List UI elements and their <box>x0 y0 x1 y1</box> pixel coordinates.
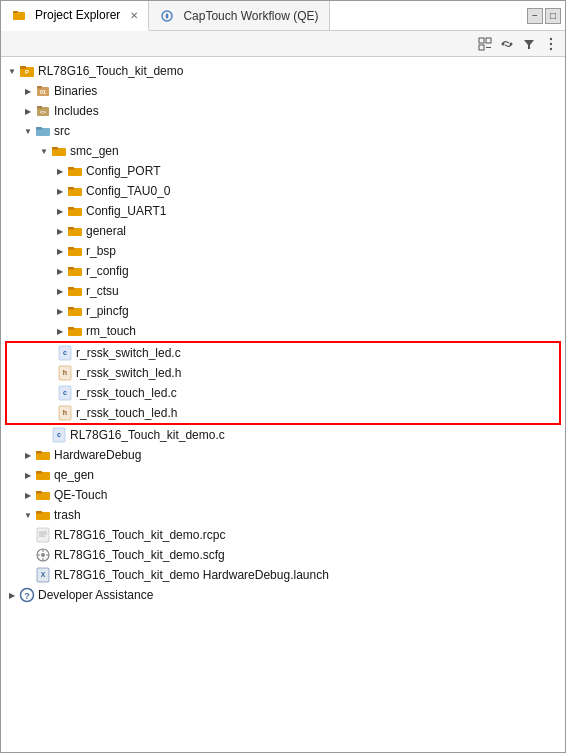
maximize-button[interactable]: □ <box>545 8 561 24</box>
expander-smc-gen[interactable]: ▼ <box>37 144 51 158</box>
svg-point-10 <box>550 37 552 39</box>
view-menu-button[interactable] <box>541 34 561 54</box>
scfg-file-icon <box>35 547 51 563</box>
expander-src[interactable]: ▼ <box>21 124 35 138</box>
binaries-label: Binaries <box>54 84 97 98</box>
config-uart1-icon <box>67 203 83 219</box>
collapse-all-button[interactable] <box>475 34 495 54</box>
expander-config-tau0[interactable]: ▶ <box>53 184 67 198</box>
toolbar <box>1 31 565 57</box>
config-uart1-label: Config_UART1 <box>86 204 166 218</box>
tree-item-launch[interactable]: ▶ X RL78G16_Touch_kit_demo HardwareDebug… <box>1 565 565 585</box>
tree-item-qe-gen[interactable]: ▶ qe_gen <box>1 465 565 485</box>
tree-item-developer-assistance[interactable]: ▶ ? Developer Assistance <box>1 585 565 605</box>
tree-item-smc-gen[interactable]: ▼ smc_gen <box>1 141 565 161</box>
svg-rect-57 <box>36 471 42 474</box>
smc-gen-label: smc_gen <box>70 144 119 158</box>
tree-item-rm-touch[interactable]: ▶ rm_touch <box>1 321 565 341</box>
svg-text:?: ? <box>24 591 30 601</box>
expander-qe-gen[interactable]: ▶ <box>21 468 35 482</box>
tree-item-config-tau0[interactable]: ▶ Config_TAU0_0 <box>1 181 565 201</box>
svg-rect-27 <box>68 167 74 170</box>
r-rssk-touch-led-c-label: r_rssk_touch_led.c <box>76 386 177 400</box>
tree-item-rcpc[interactable]: ▶ RL78G16_Touch_kit_demo.rcpc <box>1 525 565 545</box>
tree-item-qe-touch[interactable]: ▶ QE-Touch <box>1 485 565 505</box>
expander-binaries[interactable]: ▶ <box>21 84 35 98</box>
tree-item-src[interactable]: ▼ src <box>1 121 565 141</box>
tab-close-icon[interactable]: ✕ <box>130 10 138 21</box>
r-rssk-touch-led-h-label: r_rssk_touch_led.h <box>76 406 177 420</box>
binaries-icon: 01 <box>35 83 51 99</box>
tree-item-trash[interactable]: ▼ trash <box>1 505 565 525</box>
r-rssk-switch-led-h-label: r_rssk_switch_led.h <box>76 366 181 380</box>
expander-config-port[interactable]: ▶ <box>53 164 67 178</box>
expander-includes[interactable]: ▶ <box>21 104 35 118</box>
svg-text:01: 01 <box>40 89 46 95</box>
tree-item-scfg[interactable]: ▶ RL78G16_Touch_kit_demo.scfg <box>1 545 565 565</box>
tab-captouch-label: CapTouch Workflow (QE) <box>183 9 318 23</box>
svg-text:c: c <box>63 389 67 396</box>
tree-item-general[interactable]: ▶ general <box>1 221 565 241</box>
r-pincfg-label: r_pincfg <box>86 304 129 318</box>
expander-hardware-debug[interactable]: ▶ <box>21 448 35 462</box>
tree-item-r-bsp[interactable]: ▶ r_bsp <box>1 241 565 261</box>
svg-point-11 <box>550 42 552 44</box>
tree-item-root[interactable]: ▼ P RL78G16_Touch_kit_demo <box>1 61 565 81</box>
svg-rect-43 <box>68 327 74 330</box>
tab-captouch-workflow[interactable]: CapTouch Workflow (QE) <box>149 1 329 30</box>
tree-item-r-rssk-switch-led-h[interactable]: ▶ h r_rssk_switch_led.h <box>7 363 559 383</box>
tree-item-includes[interactable]: ▶ <> Includes <box>1 101 565 121</box>
general-icon <box>67 223 83 239</box>
tree-item-r-rssk-touch-led-h[interactable]: ▶ h r_rssk_touch_led.h <box>7 403 559 423</box>
rm-touch-label: rm_touch <box>86 324 136 338</box>
tree-item-r-pincfg[interactable]: ▶ r_pincfg <box>1 301 565 321</box>
expander-r-pincfg[interactable]: ▶ <box>53 304 67 318</box>
svg-rect-37 <box>68 267 74 270</box>
tree-item-r-rssk-touch-led-c[interactable]: ▶ c r_rssk_touch_led.c <box>7 383 559 403</box>
scfg-label: RL78G16_Touch_kit_demo.scfg <box>54 548 225 562</box>
tree-item-binaries[interactable]: ▶ 01 Binaries <box>1 81 565 101</box>
tree-content[interactable]: ▼ P RL78G16_Touch_kit_demo ▶ <box>1 57 565 752</box>
r-ctsu-label: r_ctsu <box>86 284 119 298</box>
tree-item-rl78-demo-c[interactable]: ▶ c RL78G16_Touch_kit_demo.c <box>1 425 565 445</box>
tree-item-config-uart1[interactable]: ▶ Config_UART1 <box>1 201 565 221</box>
hardware-debug-label: HardwareDebug <box>54 448 141 462</box>
config-tau0-icon <box>67 183 83 199</box>
minimize-button[interactable]: − <box>527 8 543 24</box>
launch-label: RL78G16_Touch_kit_demo HardwareDebug.lau… <box>54 568 329 582</box>
expander-config-uart1[interactable]: ▶ <box>53 204 67 218</box>
svg-rect-35 <box>68 247 74 250</box>
expander-root[interactable]: ▼ <box>5 64 19 78</box>
svg-rect-39 <box>68 287 74 290</box>
expander-trash[interactable]: ▼ <box>21 508 35 522</box>
tab-project-explorer[interactable]: Project Explorer ✕ <box>1 1 149 31</box>
expander-r-bsp[interactable]: ▶ <box>53 244 67 258</box>
expander-r-config[interactable]: ▶ <box>53 264 67 278</box>
smc-gen-folder-icon <box>51 143 67 159</box>
svg-text:<>: <> <box>40 109 46 115</box>
tree-item-r-ctsu[interactable]: ▶ r_ctsu <box>1 281 565 301</box>
svg-rect-29 <box>68 187 74 190</box>
link-with-editor-button[interactable] <box>497 34 517 54</box>
r-bsp-icon <box>67 243 83 259</box>
qe-touch-icon <box>35 487 51 503</box>
expander-dev-assistance[interactable]: ▶ <box>5 588 19 602</box>
tree-item-config-port[interactable]: ▶ Config_PORT <box>1 161 565 181</box>
tree-item-r-config[interactable]: ▶ r_config <box>1 261 565 281</box>
svg-text:c: c <box>63 349 67 356</box>
svg-text:X: X <box>41 571 46 578</box>
r-bsp-label: r_bsp <box>86 244 116 258</box>
svg-text:P: P <box>25 69 29 75</box>
includes-label: Includes <box>54 104 99 118</box>
window-controls: − □ <box>523 1 565 30</box>
tree-item-hardware-debug[interactable]: ▶ HardwareDebug <box>1 445 565 465</box>
expander-r-ctsu[interactable]: ▶ <box>53 284 67 298</box>
qe-gen-label: qe_gen <box>54 468 94 482</box>
filter-button[interactable] <box>519 34 539 54</box>
expander-general[interactable]: ▶ <box>53 224 67 238</box>
includes-icon: <> <box>35 103 51 119</box>
tree-item-r-rssk-switch-led-c[interactable]: ▶ c r_rssk_switch_led.c <box>7 343 559 363</box>
expander-rm-touch[interactable]: ▶ <box>53 324 67 338</box>
svg-rect-1 <box>13 11 18 13</box>
expander-qe-touch[interactable]: ▶ <box>21 488 35 502</box>
